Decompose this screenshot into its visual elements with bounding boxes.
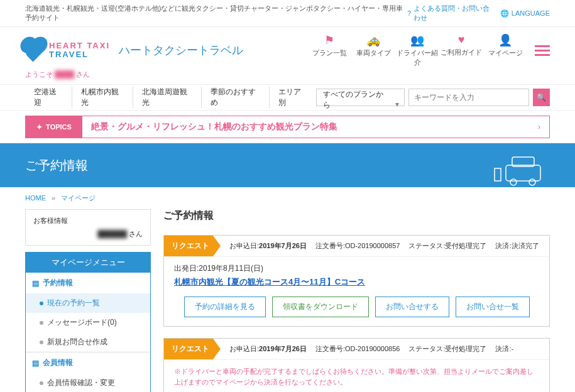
- payment: 決済:決済完了: [495, 241, 539, 251]
- bullet-icon: [40, 302, 43, 305]
- plan-link[interactable]: 札幌市内観光【夏の観光コース4月〜11月】Cコース: [174, 276, 539, 288]
- warning-text: ※ドライバーと車両の手配が完了するまでしばらくお待ちください。準備が整い次第、担…: [174, 366, 539, 387]
- nav-icon: 👥: [395, 33, 439, 47]
- top-bar: 北海道観光・札幌観光・送迎(空港ホテル他)などに観光タクシー・貸切チャーター・ジ…: [0, 0, 575, 27]
- faq-link[interactable]: ?よくある質問・お問い合わせ: [407, 4, 491, 23]
- topics-badge: ✦TOPICS: [26, 116, 82, 138]
- status: ステータス:受付処理完了: [408, 344, 486, 354]
- menu-item[interactable]: メッセージボード(0): [26, 313, 150, 332]
- category-bar: 空港送迎札幌市内観光北海道周遊観光季節のおすすめエリア別 すべてのプランから 🔍: [0, 84, 575, 111]
- search-icon: 🔍: [537, 93, 546, 102]
- bullet-icon: [40, 321, 43, 325]
- globe-icon: 🌐: [500, 9, 509, 18]
- header: HEART TAXITRAVEL ハートタクシートラベル ⚑プラン一覧🚕車両タイ…: [0, 27, 575, 67]
- question-icon: ?: [407, 9, 411, 17]
- logo[interactable]: HEART TAXITRAVEL ハートタクシートラベル: [25, 41, 243, 60]
- menu-section-member: ▤会員情報: [26, 352, 150, 373]
- topics-banner[interactable]: ✦TOPICS 絶景・グルメ・リフレッシュ！札幌のおすすめ観光プラン特集 ›: [25, 116, 550, 138]
- gnav-マイページ[interactable]: 👤マイページ: [483, 33, 527, 67]
- gnav-車両タイプ[interactable]: 🚕車両タイプ: [351, 33, 395, 67]
- apply-date: お申込日:2019年7月26日: [229, 241, 307, 251]
- svg-point-3: [529, 179, 535, 185]
- mypage-menu: マイページメニュー ▤予約情報 現在の予約一覧メッセージボード(0)新規お問合せ…: [25, 252, 151, 392]
- bullet-icon: [40, 381, 43, 385]
- nav-icon: ♥: [439, 33, 483, 46]
- site-description: 北海道観光・札幌観光・送迎(空港ホテル他)などに観光タクシー・貸切チャーター・ジ…: [25, 4, 407, 23]
- plan-filter-select[interactable]: すべてのプランから: [316, 89, 405, 106]
- search-button[interactable]: 🔍: [533, 89, 550, 106]
- svg-rect-0: [506, 165, 540, 181]
- language-link[interactable]: 🌐LANGUAGE: [500, 9, 550, 18]
- gnav-プラン一覧[interactable]: ⚑プラン一覧: [307, 33, 351, 67]
- menu-heading: マイページメニュー: [26, 253, 150, 273]
- status: ステータス:受付処理完了: [408, 241, 486, 251]
- page-title: ご予約情報: [163, 209, 550, 226]
- category-季節のおすすめ[interactable]: 季節のおすすめ: [202, 87, 270, 108]
- gnav-ドライバー紹介[interactable]: 👥ドライバー紹介: [395, 33, 439, 67]
- detail-button[interactable]: 予約の詳細を見る: [184, 297, 266, 317]
- main-content: ご予約情報 リクエストお申込日:2019年7月26日注文番号:OD-201900…: [163, 209, 550, 392]
- customer-box: お客様情報 ██████ さん: [25, 209, 151, 246]
- apply-date: お申込日:2019年7月26日: [229, 344, 307, 354]
- star-icon: ✦: [36, 123, 42, 131]
- taxi-illustration: [493, 150, 550, 187]
- order-no: 注文番号:OD-20190000856: [315, 344, 400, 354]
- keyword-input[interactable]: [408, 89, 529, 106]
- hamburger-menu[interactable]: [535, 43, 550, 58]
- svg-rect-4: [495, 168, 501, 181]
- menu-item[interactable]: 新規お問合せ作成: [26, 332, 150, 352]
- hero-title: ご予約情報: [0, 143, 575, 187]
- nav-icon: ⚑: [307, 33, 351, 47]
- heart-icon: [23, 39, 46, 62]
- menu-item[interactable]: 会員情報確認・変更: [26, 373, 150, 392]
- nav-icon: 🚕: [351, 33, 395, 47]
- list-icon: ▤: [32, 279, 39, 288]
- welcome-text: ようこそ ████ さん: [0, 67, 575, 84]
- gnav-ご利用ガイド[interactable]: ♥ご利用ガイド: [439, 33, 483, 67]
- sidebar: お客様情報 ██████ さん マイページメニュー ▤予約情報 現在の予約一覧メ…: [25, 209, 151, 392]
- nav-icon: 👤: [483, 33, 527, 47]
- breadcrumb: HOME » マイページ: [0, 187, 575, 209]
- order-no: 注文番号:OD-20190000857: [315, 241, 400, 251]
- breadcrumb-home[interactable]: HOME: [25, 194, 46, 202]
- menu-item[interactable]: 現在の予約一覧: [26, 293, 150, 313]
- request-tag: リクエスト: [164, 236, 221, 256]
- hero: ご予約情報: [0, 143, 575, 187]
- inqlist-button[interactable]: お問い合せ一覧: [456, 297, 530, 317]
- category-エリア別[interactable]: エリア別: [270, 87, 316, 108]
- category-札幌市内観光[interactable]: 札幌市内観光: [72, 87, 133, 108]
- chevron-right-icon[interactable]: ›: [529, 122, 549, 131]
- svg-point-2: [510, 179, 517, 185]
- breadcrumb-current[interactable]: マイページ: [61, 194, 96, 202]
- payment: 決済:-: [495, 344, 513, 354]
- list-icon: ▤: [32, 359, 39, 368]
- inq-button[interactable]: お問い合せする: [375, 297, 449, 317]
- receipt-button[interactable]: 領収書をダウンロード: [272, 297, 369, 317]
- category-北海道周遊観光[interactable]: 北海道周遊観光: [133, 87, 202, 108]
- reservation-card: リクエストお申込日:2019年7月26日注文番号:OD-20190000856ス…: [163, 338, 550, 392]
- request-tag: リクエスト: [164, 339, 221, 359]
- reservation-card: リクエストお申込日:2019年7月26日注文番号:OD-20190000857ス…: [163, 235, 550, 327]
- bullet-icon: [40, 340, 43, 344]
- departure-date: 出発日:2019年8月11日(日): [174, 263, 539, 274]
- menu-section-reservation: ▤予約情報: [26, 273, 150, 293]
- category-空港送迎[interactable]: 空港送迎: [25, 87, 72, 108]
